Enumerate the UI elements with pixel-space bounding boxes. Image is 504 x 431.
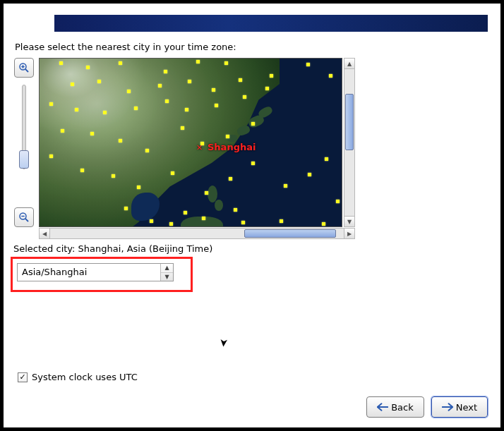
city-dot[interactable] [137, 186, 140, 189]
city-dot[interactable] [145, 149, 149, 152]
city-dot[interactable] [265, 87, 269, 90]
city-dot[interactable] [61, 129, 64, 133]
city-dot[interactable] [150, 219, 153, 223]
back-button[interactable]: Back [366, 396, 424, 418]
city-dot[interactable] [200, 142, 204, 145]
city-dot[interactable] [80, 169, 84, 172]
timezone-highlight-box: Asia/Shanghai ▲▼ [11, 257, 193, 292]
city-dot[interactable] [224, 61, 228, 65]
city-dot[interactable] [212, 88, 215, 92]
selected-city-marker: Shanghai [208, 142, 256, 152]
mouse-cursor-icon: ➤ [217, 338, 231, 348]
city-dot[interactable] [112, 174, 115, 178]
vscroll-thumb[interactable] [345, 94, 354, 150]
zoom-slider[interactable] [22, 85, 26, 169]
city-dot[interactable] [49, 154, 53, 158]
city-dot[interactable] [243, 95, 246, 99]
header-banner [54, 15, 488, 32]
city-dot[interactable] [308, 173, 311, 176]
zoom-out-button[interactable] [14, 207, 34, 227]
svg-line-5 [25, 219, 28, 221]
city-dot[interactable] [215, 104, 218, 107]
utc-checkbox-label: System clock uses UTC [32, 372, 138, 382]
city-dot[interactable] [164, 70, 167, 73]
city-dot[interactable] [234, 208, 237, 212]
city-dot[interactable] [59, 61, 63, 65]
city-dot[interactable] [181, 126, 184, 130]
city-dot[interactable] [280, 219, 283, 223]
city-dot[interactable] [284, 184, 287, 188]
timezone-map[interactable]: Shanghai [39, 58, 342, 227]
city-dot[interactable] [171, 171, 174, 175]
city-dot[interactable] [169, 222, 173, 226]
city-dot[interactable] [119, 139, 122, 142]
city-dot[interactable] [196, 60, 200, 63]
city-dot[interactable] [165, 99, 169, 103]
city-dot[interactable] [124, 207, 128, 210]
instruction-text: Please select the nearest city in your t… [15, 42, 491, 52]
city-dot[interactable] [188, 80, 191, 83]
city-dot[interactable] [205, 191, 208, 195]
city-dot[interactable] [97, 80, 101, 83]
zoom-controls [13, 58, 35, 227]
city-dot[interactable] [75, 108, 78, 111]
city-dot[interactable] [229, 177, 232, 181]
city-dot[interactable] [184, 211, 187, 214]
zoom-in-button[interactable] [14, 58, 34, 78]
city-dot[interactable] [226, 135, 229, 138]
city-dot[interactable] [202, 217, 205, 220]
map-horizontal-scrollbar[interactable]: ◀ ▶ [39, 228, 355, 239]
city-dot[interactable] [103, 111, 107, 114]
zoom-in-icon [18, 61, 30, 74]
arrow-right-icon [442, 403, 453, 411]
city-dot[interactable] [239, 78, 242, 82]
selected-city-label: Selected city: Shanghai, Asia (Beijing T… [13, 243, 491, 254]
hscroll-thumb[interactable] [244, 229, 336, 238]
city-dot[interactable] [134, 107, 138, 110]
timezone-value: Asia/Shanghai [18, 264, 160, 281]
city-dot[interactable] [127, 90, 131, 93]
zoom-out-icon [18, 211, 30, 224]
city-dot[interactable] [71, 83, 74, 86]
timezone-spin-buttons[interactable]: ▲▼ [160, 264, 173, 281]
timezone-select[interactable]: Asia/Shanghai ▲▼ [17, 263, 174, 281]
map-vertical-scrollbar[interactable]: ▲ ▼ [344, 58, 355, 227]
city-dot[interactable] [325, 157, 328, 161]
city-dot[interactable] [49, 102, 53, 106]
zoom-slider-thumb[interactable] [19, 150, 29, 169]
city-dot[interactable] [306, 63, 310, 66]
svg-line-1 [25, 69, 28, 72]
arrow-left-icon [377, 403, 388, 411]
city-dot[interactable] [86, 66, 90, 69]
city-dot[interactable] [322, 222, 325, 226]
utc-checkbox[interactable]: ✓ [18, 372, 28, 382]
city-dot[interactable] [251, 122, 255, 126]
city-dot[interactable] [185, 108, 188, 111]
city-dot[interactable] [329, 74, 332, 78]
city-dot[interactable] [90, 132, 94, 135]
city-dot[interactable] [158, 84, 162, 87]
city-dot[interactable] [336, 200, 340, 203]
city-dot[interactable] [251, 162, 255, 165]
next-button[interactable]: Next [431, 396, 488, 418]
city-dot[interactable] [270, 74, 273, 78]
city-dot[interactable] [241, 221, 245, 224]
city-dot[interactable] [119, 61, 122, 65]
